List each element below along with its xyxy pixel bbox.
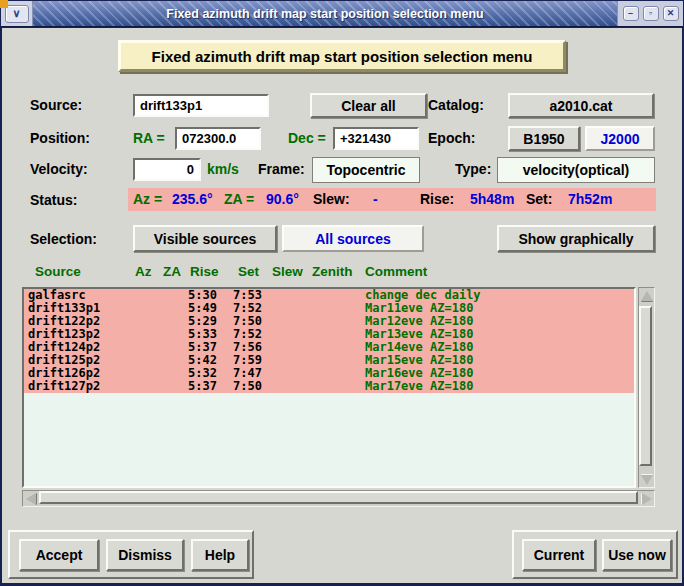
column-headers: SourceAzZARiseSetSlewZenithComment xyxy=(22,264,636,282)
row-comment: Mar17eve AZ=180 xyxy=(365,380,473,393)
status-slew-label: Slew: xyxy=(313,191,350,207)
status-set-label: Set: xyxy=(526,191,552,207)
column-header: Slew xyxy=(272,264,303,279)
show-graphically-button[interactable]: Show graphically xyxy=(497,225,655,252)
maximize-button[interactable]: ▫ xyxy=(643,6,659,21)
close-button[interactable]: ✕ xyxy=(663,6,679,21)
ra-label: RA = xyxy=(133,130,165,146)
row-set: 7:50 xyxy=(233,380,262,393)
dialog-window: ∨ Fixed azimuth drift map start position… xyxy=(0,0,684,586)
list-row[interactable]: galfasrc5:307:53change dec daily xyxy=(24,289,634,302)
status-za-label: ZA = xyxy=(224,191,254,207)
frame-label: Frame: xyxy=(258,161,305,177)
vertical-scrollbar-thumb[interactable] xyxy=(639,306,652,466)
minimize-button[interactable]: – xyxy=(623,6,639,21)
status-strip: Az = 235.6° ZA = 90.6° Slew: - Rise: 5h4… xyxy=(128,188,656,211)
list-row[interactable]: drift127p25:377:50Mar17eve AZ=180 xyxy=(24,380,634,393)
frame-button[interactable]: Topocentric xyxy=(312,157,420,183)
titlebar-stripes[interactable]: Fixed azimuth drift map start position s… xyxy=(33,1,617,26)
titlebar: ∨ Fixed azimuth drift map start position… xyxy=(1,1,683,27)
page-title: Fixed azimuth drift map start position s… xyxy=(118,40,566,72)
status-set-value: 7h52m xyxy=(568,191,612,207)
epoch-label: Epoch: xyxy=(428,130,475,146)
column-header: Rise xyxy=(190,264,219,279)
scroll-up-icon[interactable] xyxy=(639,288,654,303)
window-menu-button[interactable]: ∨ xyxy=(5,5,29,23)
dialog-content: Fixed azimuth drift map start position s… xyxy=(2,28,682,583)
scroll-right-icon[interactable] xyxy=(639,491,654,506)
column-header: Source xyxy=(35,264,81,279)
column-header: Set xyxy=(238,264,259,279)
row-rise: 5:37 xyxy=(188,380,217,393)
selection-label: Selection: xyxy=(30,231,97,247)
accept-button[interactable]: Accept xyxy=(19,539,99,571)
dismiss-button[interactable]: Dismiss xyxy=(106,539,184,571)
catalog-button[interactable]: a2010.cat xyxy=(508,93,654,118)
status-za-value: 90.6° xyxy=(266,191,299,207)
ra-input[interactable]: 072300.0 xyxy=(175,127,261,150)
source-list[interactable]: galfasrc5:307:53change dec dailydrift133… xyxy=(22,287,636,488)
position-label: Position: xyxy=(30,130,90,146)
list-row[interactable]: drift133p15:497:52Mar11eve AZ=180 xyxy=(24,302,634,315)
column-header: Zenith xyxy=(312,264,353,279)
row-source: drift127p2 xyxy=(28,380,100,393)
window-controls: – ▫ ✕ xyxy=(617,1,683,26)
window-title: Fixed azimuth drift map start position s… xyxy=(166,7,483,21)
velocity-input[interactable]: 0 xyxy=(133,158,201,181)
column-header: Az xyxy=(135,264,152,279)
horizontal-scrollbar-thumb[interactable] xyxy=(39,491,638,504)
all-sources-button[interactable]: All sources xyxy=(282,225,424,252)
corner-accent xyxy=(0,0,8,8)
visible-sources-button[interactable]: Visible sources xyxy=(133,225,277,252)
scroll-left-icon[interactable] xyxy=(23,491,38,506)
dialog-action-panel: Accept Dismiss Help xyxy=(8,530,254,579)
use-now-button[interactable]: Use now xyxy=(602,539,672,571)
status-slew-value: - xyxy=(373,191,378,207)
velocity-unit: km/s xyxy=(207,161,239,177)
column-header: ZA xyxy=(163,264,181,279)
help-button[interactable]: Help xyxy=(191,539,249,571)
time-action-panel: Current Use now xyxy=(512,530,678,579)
horizontal-scrollbar[interactable] xyxy=(22,490,655,507)
type-button[interactable]: velocity(optical) xyxy=(497,157,655,183)
dec-input[interactable]: +321430 xyxy=(333,127,419,150)
list-row[interactable]: drift126p25:327:47Mar16eve AZ=180 xyxy=(24,367,634,380)
clear-all-button[interactable]: Clear all xyxy=(310,93,427,118)
velocity-label: Velocity: xyxy=(30,161,88,177)
epoch-b1950-button[interactable]: B1950 xyxy=(508,126,580,151)
type-label: Type: xyxy=(455,161,491,177)
dec-label: Dec = xyxy=(288,130,326,146)
catalog-label: Catalog: xyxy=(428,97,484,113)
scroll-down-icon[interactable] xyxy=(639,472,654,487)
column-header: Comment xyxy=(365,264,427,279)
status-rise-label: Rise: xyxy=(420,191,454,207)
status-az-value: 235.6° xyxy=(172,191,213,207)
epoch-j2000-button[interactable]: J2000 xyxy=(585,126,655,151)
status-label: Status: xyxy=(30,192,77,208)
source-label: Source: xyxy=(30,97,82,113)
status-az-label: Az = xyxy=(133,191,162,207)
list-row[interactable]: drift122p25:297:50Mar12eve AZ=180 xyxy=(24,315,634,328)
source-input[interactable]: drift133p1 xyxy=(133,94,269,117)
list-row[interactable]: drift124p25:377:56Mar14eve AZ=180 xyxy=(24,341,634,354)
current-button[interactable]: Current xyxy=(522,539,596,571)
list-row[interactable]: drift125p25:427:59Mar15eve AZ=180 xyxy=(24,354,634,367)
vertical-scrollbar[interactable] xyxy=(638,287,655,488)
status-rise-value: 5h48m xyxy=(470,191,514,207)
list-row[interactable]: drift123p25:337:52Mar13eve AZ=180 xyxy=(24,328,634,341)
